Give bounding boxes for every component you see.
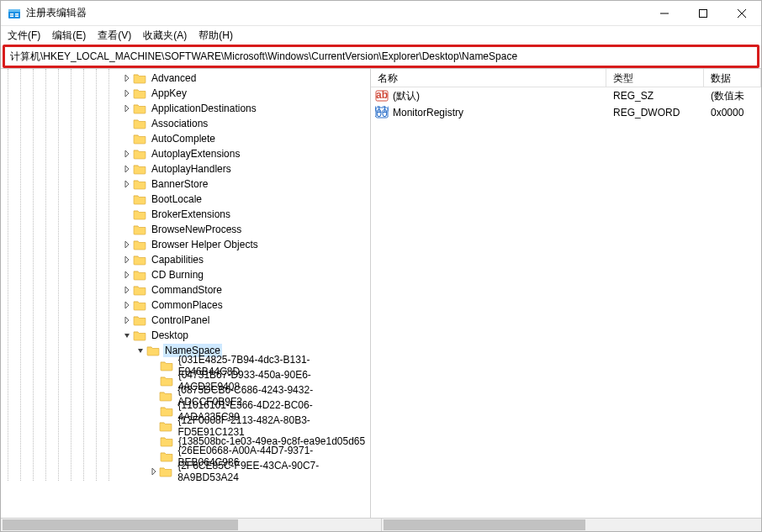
list-pane: 名称 类型 数据 ab(默认)REG_SZ(数值未01101001Monitor… — [371, 69, 761, 518]
folder-icon — [133, 254, 146, 266]
list-row[interactable]: 01101001MonitorRegistryREG_DWORD0x0000 — [371, 104, 761, 121]
folder-icon — [160, 405, 173, 417]
registry-tree: AdvancedAppKeyApplicationDestinationsAss… — [1, 69, 370, 481]
folder-icon — [159, 420, 172, 432]
chevron-right-icon[interactable] — [121, 181, 133, 187]
chevron-right-icon[interactable] — [121, 302, 133, 308]
tree-item-label: ControlPanel — [150, 313, 211, 327]
maximize-button[interactable] — [684, 1, 722, 26]
tree-item[interactable]: Associations — [1, 116, 370, 131]
tree-hscroll[interactable] — [1, 519, 382, 531]
tree-item[interactable]: {2F6CE85C-F9EE-43CA-90C7-8A9BD53A24 — [1, 464, 370, 479]
tree-item-label: BootLocale — [150, 192, 204, 206]
tree-item[interactable]: Desktop — [1, 328, 370, 343]
tree-item[interactable]: Advanced — [1, 71, 370, 86]
folder-icon — [133, 208, 146, 220]
menu-help[interactable]: 帮助(H) — [198, 29, 233, 43]
folder-icon — [133, 87, 146, 99]
column-name[interactable]: 名称 — [371, 69, 606, 87]
tree-item[interactable]: AutoComplete — [1, 131, 370, 146]
main-split: AdvancedAppKeyApplicationDestinationsAss… — [1, 68, 761, 518]
folder-icon — [133, 133, 146, 145]
tree-item[interactable]: AppKey — [1, 86, 370, 101]
tree-item-label: BrokerExtensions — [150, 208, 232, 221]
tree-item-label: Browser Helper Objects — [150, 238, 260, 251]
list-header: 名称 类型 数据 — [371, 69, 761, 87]
tree-item[interactable]: CommandStore — [1, 282, 370, 298]
svg-rect-2 — [10, 13, 13, 15]
menu-file[interactable]: 文件(F) — [8, 29, 40, 43]
chevron-right-icon[interactable] — [121, 75, 133, 82]
folder-icon — [133, 329, 146, 341]
value-type: REG_DWORD — [606, 107, 704, 119]
menu-view[interactable]: 查看(V) — [98, 29, 131, 43]
chevron-right-icon[interactable] — [121, 90, 133, 97]
chevron-right-icon[interactable] — [121, 287, 133, 293]
tree-item-label: BrowseNewProcess — [150, 223, 243, 236]
reg-binary-icon: 01101001 — [375, 106, 389, 119]
folder-icon — [133, 193, 146, 205]
tree-item[interactable]: AutoplayExtensions — [1, 146, 370, 161]
chevron-right-icon[interactable] — [148, 468, 159, 475]
chevron-right-icon[interactable] — [121, 317, 133, 324]
folder-icon — [133, 269, 146, 281]
tree-item-label: Capabilities — [150, 253, 205, 266]
chevron-right-icon[interactable] — [121, 105, 133, 112]
folder-icon — [133, 118, 146, 129]
column-type[interactable]: 类型 — [606, 69, 704, 87]
list-row[interactable]: ab(默认)REG_SZ(数值未 — [371, 87, 761, 104]
list-body[interactable]: ab(默认)REG_SZ(数值未01101001MonitorRegistryR… — [371, 87, 761, 518]
folder-icon — [159, 466, 172, 477]
chevron-down-icon[interactable] — [135, 347, 146, 354]
svg-text:ab: ab — [376, 89, 388, 101]
folder-icon — [133, 284, 146, 296]
list-hscroll[interactable] — [382, 519, 762, 531]
folder-icon — [160, 375, 173, 387]
chevron-right-icon[interactable] — [121, 241, 133, 248]
value-data: 0x0000 — [704, 107, 761, 119]
tree-item[interactable]: AutoplayHandlers — [1, 161, 370, 176]
tree-item[interactable]: Browser Helper Objects — [1, 237, 370, 252]
folder-icon — [160, 360, 173, 371]
chevron-right-icon[interactable] — [121, 166, 133, 172]
window-buttons — [645, 1, 761, 26]
value-data: (数值未 — [704, 89, 761, 103]
tree-item[interactable]: CD Burning — [1, 267, 370, 282]
regedit-app-icon — [8, 7, 21, 20]
chevron-right-icon[interactable] — [121, 256, 133, 263]
titlebar: 注册表编辑器 — [1, 1, 761, 26]
horizontal-scroll-strip — [1, 518, 761, 531]
tree-item[interactable]: ApplicationDestinations — [1, 101, 370, 116]
column-data[interactable]: 数据 — [704, 69, 761, 87]
tree-item[interactable]: BrokerExtensions — [1, 207, 370, 222]
chevron-down-icon[interactable] — [121, 332, 133, 339]
tree-item-label: Desktop — [150, 329, 190, 342]
svg-rect-1 — [8, 9, 20, 12]
folder-icon — [160, 450, 173, 462]
tree-item-label: AutoplayExtensions — [150, 147, 241, 161]
tree-item[interactable]: {12F0008F-2113-482A-80B3-FD5E91C1231 — [1, 419, 370, 434]
chevron-right-icon[interactable] — [121, 150, 133, 157]
folder-icon — [133, 72, 146, 84]
tree-item[interactable]: BannerStore — [1, 176, 370, 192]
folder-icon — [159, 390, 172, 402]
tree-item[interactable]: ControlPanel — [1, 313, 370, 328]
folder-icon — [146, 345, 160, 356]
tree-item[interactable]: Capabilities — [1, 252, 370, 267]
folder-icon — [160, 435, 173, 447]
minimize-button[interactable] — [645, 1, 684, 26]
tree-item-label: AppKey — [150, 87, 188, 100]
tree-item[interactable]: BootLocale — [1, 192, 370, 207]
folder-icon — [133, 178, 146, 190]
close-button[interactable] — [722, 1, 761, 26]
tree-item[interactable]: CommonPlaces — [1, 298, 370, 313]
address-input[interactable] — [5, 49, 757, 64]
chevron-right-icon[interactable] — [121, 271, 133, 278]
folder-icon — [133, 163, 146, 175]
menu-edit[interactable]: 编辑(E) — [52, 29, 86, 43]
tree-item[interactable]: BrowseNewProcess — [1, 222, 370, 237]
svg-text:1001: 1001 — [375, 108, 389, 119]
menu-favorites[interactable]: 收藏夹(A) — [143, 29, 187, 43]
tree-item-label: CommonPlaces — [150, 298, 225, 312]
tree-pane[interactable]: AdvancedAppKeyApplicationDestinationsAss… — [1, 69, 371, 518]
